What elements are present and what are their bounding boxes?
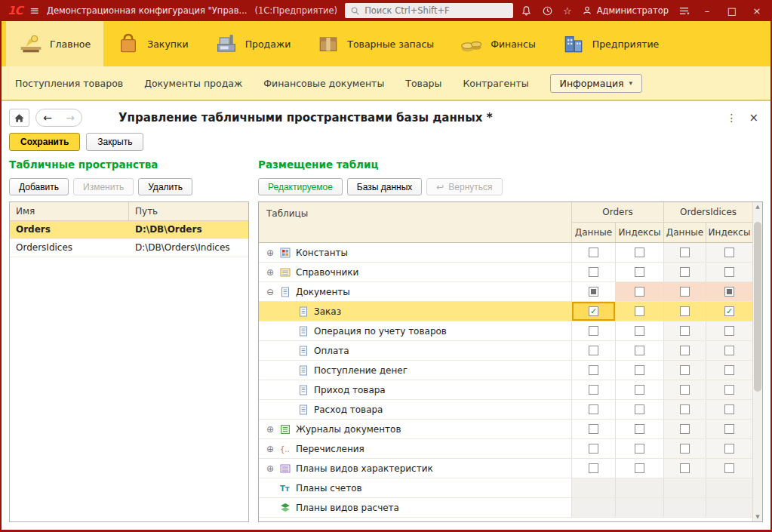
checkbox-cell[interactable] (571, 341, 615, 360)
table-tree-row[interactable]: ТтПланы счетов (259, 478, 752, 498)
table-tree-row[interactable]: ⊕Справочники (259, 263, 752, 282)
checkbox-cell[interactable] (615, 341, 663, 360)
tablespace-row[interactable]: OrdersIdices D:\DB\Orders\Indices (10, 239, 248, 257)
remove-button[interactable]: Удалить (138, 178, 192, 195)
checkbox-cell[interactable] (571, 380, 615, 399)
current-user[interactable]: Администратор (582, 5, 669, 16)
checked-checkbox[interactable]: ✓ (589, 306, 598, 316)
back-arrow-icon[interactable]: ← (36, 112, 59, 124)
checkbox-cell[interactable] (663, 282, 706, 301)
table-tree-row[interactable]: Операция по учету товаров (259, 321, 752, 341)
empty-checkbox[interactable] (724, 346, 734, 355)
empty-checkbox[interactable] (680, 404, 690, 414)
checkbox-cell[interactable] (663, 420, 706, 438)
scroll-up-icon[interactable]: ▲ (753, 204, 762, 210)
table-tree-row[interactable]: ⊕{..}Перечисления (259, 439, 752, 459)
table-tree-row[interactable]: ⊕Журналы документов (259, 420, 752, 439)
checkbox-cell[interactable] (571, 282, 615, 301)
revert-button[interactable]: ↩ Вернуться (426, 178, 502, 195)
checkbox-cell[interactable] (571, 361, 615, 380)
scrollbar-thumb[interactable] (754, 222, 761, 392)
collapse-icon[interactable]: ⊖ (265, 287, 275, 297)
service-menu-icon[interactable] (678, 6, 690, 16)
empty-checkbox[interactable] (680, 424, 690, 434)
checkbox-cell[interactable] (706, 439, 752, 458)
empty-checkbox[interactable] (589, 267, 598, 277)
empty-checkbox[interactable] (589, 463, 598, 473)
checkbox-cell[interactable] (571, 243, 615, 262)
checkbox-cell[interactable] (663, 263, 706, 281)
table-tree-row[interactable]: Планы видов расчета (259, 498, 752, 518)
empty-checkbox[interactable] (635, 424, 644, 434)
ribbon-section-finance[interactable]: Финансы (447, 21, 549, 66)
checkbox-cell[interactable]: ✓ (571, 302, 615, 321)
minimize-button[interactable]: – (700, 5, 715, 17)
checkbox-cell[interactable] (571, 321, 615, 340)
checkbox-cell[interactable] (706, 321, 752, 340)
search-input[interactable] (364, 5, 508, 16)
checkbox-cell[interactable] (663, 361, 706, 380)
table-tree-row[interactable]: Приход товара (259, 380, 752, 400)
empty-checkbox[interactable] (635, 248, 644, 257)
vertical-scrollbar[interactable]: ▲ ▼ (752, 202, 762, 521)
subnav-sales-documents[interactable]: Документы продаж (144, 78, 242, 89)
table-tree-row[interactable]: ⊕Планы видов характеристик (259, 459, 752, 478)
table-tree-row[interactable]: Оплата (259, 341, 752, 361)
page-close-icon[interactable]: × (749, 111, 758, 125)
empty-checkbox[interactable] (680, 444, 690, 454)
empty-checkbox[interactable] (589, 346, 598, 355)
checkbox-cell[interactable] (706, 420, 752, 438)
empty-checkbox[interactable] (724, 248, 734, 257)
subnav-goods-receipts[interactable]: Поступления товаров (15, 78, 123, 89)
close-form-button[interactable]: Закрыть (86, 133, 143, 151)
checkbox-cell[interactable] (615, 302, 663, 321)
databases-toggle-button[interactable]: Базы данных (347, 178, 422, 195)
empty-checkbox[interactable] (680, 306, 690, 316)
empty-checkbox[interactable] (589, 444, 598, 454)
notifications-bell-icon[interactable] (521, 5, 532, 17)
checkbox-cell[interactable]: ✓ (706, 302, 752, 321)
empty-checkbox[interactable] (635, 404, 644, 414)
checkbox-cell[interactable] (663, 243, 706, 262)
empty-checkbox[interactable] (589, 365, 598, 375)
checkbox-cell[interactable] (615, 361, 663, 380)
checkbox-cell[interactable] (706, 282, 752, 301)
expand-icon[interactable]: ⊕ (265, 267, 275, 278)
empty-checkbox[interactable] (589, 326, 598, 336)
ribbon-section-main[interactable]: Главное (6, 21, 103, 66)
empty-checkbox[interactable] (680, 267, 690, 277)
checkbox-cell[interactable] (571, 439, 615, 458)
empty-checkbox[interactable] (724, 444, 734, 454)
ribbon-section-sales[interactable]: Продажи (201, 21, 304, 66)
checkbox-cell[interactable] (571, 420, 615, 438)
empty-checkbox[interactable] (680, 326, 690, 336)
empty-checkbox[interactable] (724, 267, 734, 277)
checkbox-cell[interactable] (615, 380, 663, 399)
empty-checkbox[interactable] (635, 444, 644, 454)
add-button[interactable]: Добавить (9, 178, 69, 195)
empty-checkbox[interactable] (680, 365, 690, 375)
empty-checkbox[interactable] (724, 424, 734, 434)
empty-checkbox[interactable] (680, 463, 690, 473)
checkbox-cell[interactable] (706, 400, 752, 419)
empty-checkbox[interactable] (635, 287, 644, 297)
empty-checkbox[interactable] (589, 404, 598, 414)
empty-checkbox[interactable] (724, 326, 734, 336)
main-menu-icon[interactable]: ≡ (29, 4, 39, 17)
checkbox-cell[interactable] (706, 243, 752, 262)
checkbox-cell[interactable] (615, 321, 663, 340)
checkbox-cell[interactable] (706, 263, 752, 281)
table-tree-row[interactable]: ⊖Документы (259, 282, 752, 302)
save-button[interactable]: Сохранить (9, 133, 80, 151)
editable-toggle-button[interactable]: Редактируемое (258, 178, 343, 195)
indeterminate-checkbox[interactable] (589, 287, 598, 297)
expand-icon[interactable]: ⊕ (265, 444, 275, 454)
home-button[interactable] (9, 109, 29, 127)
checkbox-cell[interactable] (663, 302, 706, 321)
empty-checkbox[interactable] (589, 424, 598, 434)
checkbox-cell[interactable] (571, 459, 615, 478)
tablespace-row[interactable]: Orders D:\DB\Orders (10, 221, 248, 239)
empty-checkbox[interactable] (680, 385, 690, 395)
checkbox-cell[interactable] (663, 400, 706, 419)
table-tree-row[interactable]: ⊕Константы (259, 243, 752, 263)
